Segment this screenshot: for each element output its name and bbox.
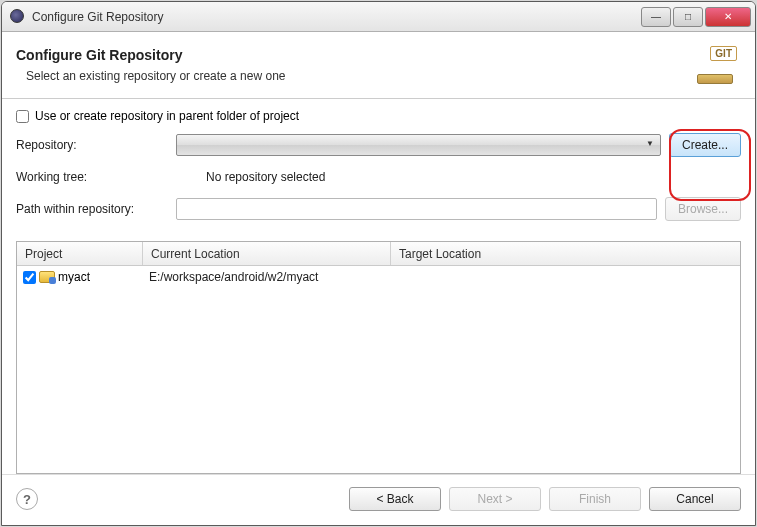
- folder-icon: [39, 271, 55, 283]
- next-button: Next >: [449, 487, 541, 511]
- path-input[interactable]: [176, 198, 657, 220]
- projects-table: Project Current Location Target Location…: [16, 241, 741, 474]
- working-tree-value: No repository selected: [176, 170, 741, 184]
- col-current-location[interactable]: Current Location: [143, 242, 391, 265]
- project-name: myact: [58, 270, 90, 284]
- use-parent-label[interactable]: Use or create repository in parent folde…: [35, 109, 299, 123]
- form-area: Use or create repository in parent folde…: [2, 99, 755, 235]
- close-button[interactable]: ✕: [705, 7, 751, 27]
- current-location-cell: E:/workspace/android/w2/myact: [143, 270, 391, 284]
- window-title: Configure Git Repository: [32, 10, 639, 24]
- page-subtitle: Select an existing repository or create …: [26, 69, 695, 83]
- working-tree-label: Working tree:: [16, 170, 176, 184]
- working-tree-row: Working tree: No repository selected: [16, 165, 741, 189]
- browse-button: Browse...: [665, 197, 741, 221]
- repository-row: Repository: Create...: [16, 133, 741, 157]
- dialog-content: Configure Git Repository Select an exist…: [2, 32, 755, 525]
- window-controls: — □ ✕: [639, 7, 751, 27]
- back-button[interactable]: < Back: [349, 487, 441, 511]
- button-bar: ? < Back Next > Finish Cancel: [2, 474, 755, 525]
- use-parent-checkbox[interactable]: [16, 110, 29, 123]
- use-parent-row: Use or create repository in parent folde…: [16, 109, 741, 123]
- cancel-button[interactable]: Cancel: [649, 487, 741, 511]
- maximize-button[interactable]: □: [673, 7, 703, 27]
- page-title: Configure Git Repository: [16, 47, 695, 63]
- path-label: Path within repository:: [16, 202, 176, 216]
- table-row[interactable]: myact E:/workspace/android/w2/myact: [17, 266, 740, 288]
- titlebar[interactable]: Configure Git Repository — □ ✕: [2, 2, 755, 32]
- repository-combo[interactable]: [176, 134, 661, 156]
- repository-label: Repository:: [16, 138, 176, 152]
- col-target-location[interactable]: Target Location: [391, 242, 740, 265]
- create-button[interactable]: Create...: [669, 133, 741, 157]
- wizard-header: Configure Git Repository Select an exist…: [2, 32, 755, 99]
- git-icon: GIT: [695, 46, 737, 84]
- table-header: Project Current Location Target Location: [17, 242, 740, 266]
- help-icon[interactable]: ?: [16, 488, 38, 510]
- col-project[interactable]: Project: [17, 242, 143, 265]
- eclipse-icon: [10, 9, 26, 25]
- row-checkbox[interactable]: [23, 271, 36, 284]
- minimize-button[interactable]: —: [641, 7, 671, 27]
- table-body: myact E:/workspace/android/w2/myact: [17, 266, 740, 473]
- finish-button: Finish: [549, 487, 641, 511]
- path-row: Path within repository: Browse...: [16, 197, 741, 221]
- dialog-window: Configure Git Repository — □ ✕ Configure…: [1, 1, 756, 526]
